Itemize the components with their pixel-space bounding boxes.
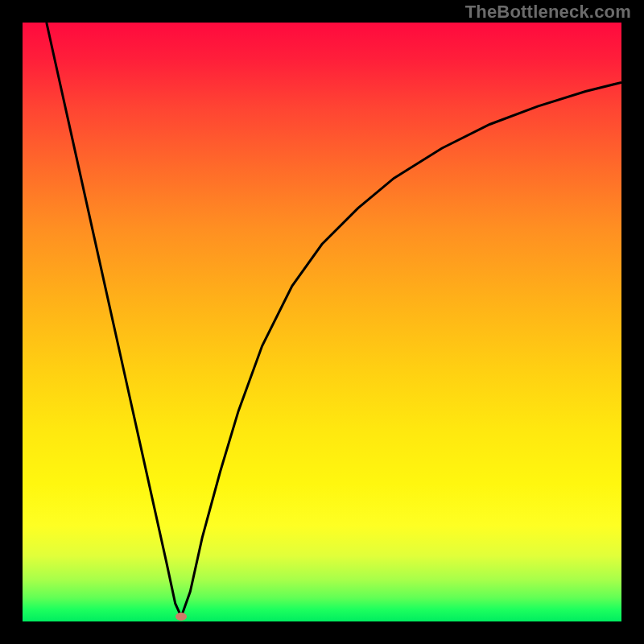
minimum-marker	[175, 613, 187, 621]
watermark-label: TheBottleneck.com	[465, 2, 631, 23]
bottleneck-curve	[23, 23, 621, 621]
plot-area	[23, 23, 621, 621]
chart-frame: TheBottleneck.com	[0, 0, 644, 644]
